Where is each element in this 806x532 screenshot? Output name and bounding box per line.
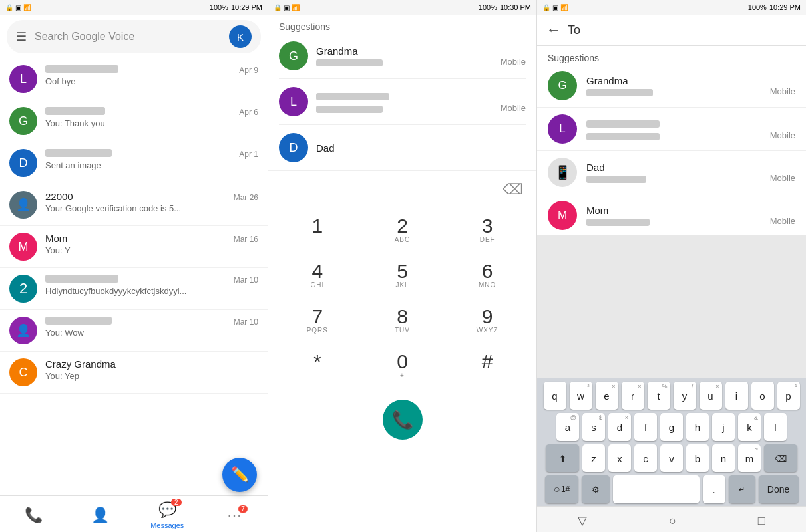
lock-icon-2: 🔒 [274, 4, 282, 11]
dial-key-star[interactable]: * [275, 344, 360, 389]
dial-key-0[interactable]: 0+ [360, 344, 445, 389]
key-d[interactable]: ×d [608, 413, 631, 441]
key-f[interactable]: f [634, 413, 657, 441]
key-space[interactable] [613, 475, 700, 503]
key-e[interactable]: ×e [596, 382, 618, 410]
key-o[interactable]: o [751, 382, 774, 410]
key-backspace[interactable]: ⌫ [764, 444, 797, 472]
key-h[interactable]: h [686, 413, 709, 441]
conv-preview: Hdiyndtucyfbuokdyyykcykfctjskdyyi... [45, 286, 258, 296]
dial-key-9[interactable]: 9WXYZ [445, 299, 530, 344]
key-v[interactable]: v [660, 444, 683, 472]
lock-icon: 🔒 [5, 4, 13, 11]
suggestion-l[interactable]: L Mobile [279, 82, 526, 122]
search-input-label[interactable]: Search Google Voice [35, 31, 221, 43]
time-2: 10:30 PM [500, 3, 531, 11]
key-r[interactable]: ×r [622, 382, 644, 410]
dial-key-4[interactable]: 4GHI [275, 253, 360, 299]
key-y[interactable]: /y [674, 382, 696, 410]
key-done[interactable]: Done [759, 475, 799, 503]
key-j[interactable]: j [712, 413, 735, 441]
call-button[interactable]: 📞 [383, 400, 423, 440]
key-enter-arrow[interactable]: ↵ [729, 475, 755, 503]
conv-content: 22000 Mar 26 Your Google verification co… [45, 191, 258, 213]
p3-suggestion-grandma[interactable]: G Grandma Mobile [537, 66, 806, 106]
contact-name-blurred [45, 149, 112, 157]
wifi-icon-3: ▣ [552, 4, 558, 11]
status-icons-left-2: 🔒 ▣ 📶 [274, 4, 300, 11]
status-bar-1: 🔒 ▣ 📶 100% 10:29 PM [0, 0, 268, 15]
dial-key-8[interactable]: 8TUV [360, 299, 445, 344]
messages-badge: 2 [171, 499, 182, 506]
dial-key-hash[interactable]: # [445, 344, 530, 389]
dial-key-7[interactable]: 7PQRS [275, 299, 360, 344]
key-k[interactable]: &k [738, 413, 761, 441]
back-arrow-icon[interactable]: ← [546, 21, 561, 39]
key-x[interactable]: x [608, 444, 631, 472]
key-n[interactable]: n [712, 444, 735, 472]
time-1: 10:29 PM [231, 3, 262, 11]
hamburger-icon[interactable]: ☰ [16, 29, 27, 44]
nav-calls[interactable]: 📞 [0, 507, 67, 524]
key-a[interactable]: @a [556, 413, 579, 441]
nav-more[interactable]: ⋯ 7 [201, 507, 268, 524]
dial-key-2[interactable]: 2ABC [360, 208, 445, 253]
key-w[interactable]: ²w [570, 382, 592, 410]
nav-back-icon[interactable]: ▽ [578, 513, 587, 528]
panel-messages: 🔒 ▣ 📶 100% 10:29 PM ☰ Search Google Voic… [0, 0, 268, 532]
key-i[interactable]: i [725, 382, 748, 410]
user-avatar[interactable]: K [229, 25, 252, 48]
contact-name-blurred [45, 65, 118, 73]
key-t[interactable]: %t [648, 382, 670, 410]
conv-preview: You: Y [45, 245, 258, 255]
to-input-field[interactable]: To [568, 23, 797, 37]
key-b[interactable]: b [686, 444, 709, 472]
list-item[interactable]: 👤 22000 Mar 26 Your Google verification … [0, 184, 268, 226]
nav-recent-icon[interactable]: □ [758, 514, 765, 528]
key-settings[interactable]: ⚙ [582, 475, 610, 503]
list-item[interactable]: C Crazy Grandma You: Yep [0, 352, 268, 394]
avatar: L [9, 65, 37, 93]
p3-suggestion-l[interactable]: L Mobile [537, 109, 806, 149]
dial-key-6[interactable]: 6MNO [445, 253, 530, 299]
dial-key-1[interactable]: 1 [275, 208, 360, 253]
key-shift[interactable]: ⬆ [546, 444, 579, 472]
conversation-list: L Apr 9 Oof bye G Apr 6 You: Thank you [0, 59, 268, 495]
key-z[interactable]: z [582, 444, 605, 472]
nav-contacts[interactable]: 👤 [67, 507, 134, 524]
key-p[interactable]: ¹p [777, 382, 800, 410]
list-item[interactable]: D Apr 1 Sent an image [0, 142, 268, 184]
nav-messages[interactable]: 💬 2 Messages [134, 501, 201, 529]
key-u[interactable]: ×u [700, 382, 722, 410]
list-item[interactable]: 2 Mar 10 Hdiyndtucyfbuokdyyykcykfctjskdy… [0, 268, 268, 310]
key-g[interactable]: g [660, 413, 683, 441]
signal-icon-3: 📶 [560, 4, 568, 11]
more-badge: 7 [238, 505, 248, 513]
p3-suggestion-mom[interactable]: M Mom Mobile [537, 196, 806, 235]
p3-suggestion-dad[interactable]: 📱 Dad Mobile [537, 152, 806, 192]
contact-name-blurred [45, 275, 118, 283]
key-c[interactable]: c [634, 444, 657, 472]
sug-avatar-dad: D [279, 133, 308, 162]
suggestion-dad[interactable]: D Dad [279, 128, 526, 168]
key-s[interactable]: $s [582, 413, 605, 441]
search-bar[interactable]: ☰ Search Google Voice K [7, 20, 261, 53]
contact-name-blurred [45, 317, 112, 325]
key-period[interactable]: . [703, 475, 725, 503]
key-q[interactable]: q [544, 382, 566, 410]
conv-preview: You: Wow [45, 328, 258, 338]
suggestion-grandma[interactable]: G Grandma Mobile [279, 36, 526, 76]
compose-fab[interactable]: ✏️ [222, 458, 257, 492]
avatar: C [9, 358, 37, 386]
list-item[interactable]: 👤 Mar 10 You: Wow [0, 310, 268, 352]
key-emoji-num[interactable]: ☺1# [545, 475, 578, 503]
list-item[interactable]: G Apr 6 You: Thank you [0, 100, 268, 142]
list-item[interactable]: L Apr 9 Oof bye [0, 59, 268, 100]
dial-key-5[interactable]: 5JKL [360, 253, 445, 299]
key-m[interactable]: ~m [738, 444, 761, 472]
backspace-icon[interactable]: ⌫ [503, 181, 523, 198]
dial-key-3[interactable]: 3DEF [445, 208, 530, 253]
list-item[interactable]: M Mom Mar 16 You: Y [0, 226, 268, 268]
nav-home-icon[interactable]: ○ [669, 514, 676, 528]
key-l[interactable]: ¹l [764, 413, 787, 441]
